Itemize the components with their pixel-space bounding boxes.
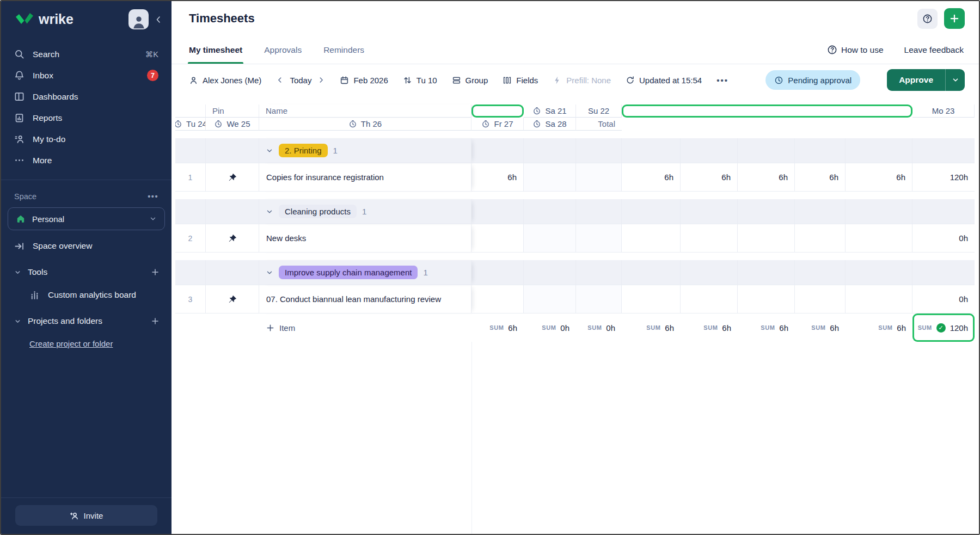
group-day-cell bbox=[681, 199, 738, 224]
time-entry-cell[interactable] bbox=[681, 224, 738, 253]
group-header-row[interactable]: Cleaning products1 bbox=[175, 199, 975, 224]
add-tool-icon[interactable] bbox=[151, 268, 160, 276]
column-header-th-26[interactable]: Th 26 bbox=[259, 118, 471, 131]
more-actions-icon[interactable]: ••• bbox=[716, 76, 728, 85]
task-pin-cell[interactable] bbox=[206, 285, 259, 313]
column-header-mo-23[interactable]: Mo 23 bbox=[912, 104, 975, 118]
sidebar-item-space-overview[interactable]: Space overview bbox=[1, 235, 171, 257]
how-to-use-link[interactable]: How to use bbox=[827, 45, 884, 55]
wrike-logo[interactable]: wrike bbox=[15, 11, 74, 27]
sidebar-item-custom-analytics-board[interactable]: Custom analytics board bbox=[1, 284, 171, 306]
time-entry-cell[interactable]: 6h bbox=[846, 163, 912, 192]
help-button[interactable] bbox=[917, 9, 938, 29]
create-timesheet-entry-button[interactable] bbox=[944, 8, 965, 29]
time-entry-cell[interactable] bbox=[524, 285, 576, 313]
chevron-right-icon[interactable] bbox=[317, 76, 325, 84]
chevron-down-icon[interactable] bbox=[266, 269, 273, 276]
sidebar-item-reports[interactable]: Reports bbox=[1, 107, 171, 128]
chevron-left-icon[interactable] bbox=[276, 76, 284, 84]
tab-approvals[interactable]: Approvals bbox=[264, 36, 302, 64]
sidebar-item-my-todo[interactable]: My to-do bbox=[1, 128, 171, 150]
sidebar-item-more[interactable]: More bbox=[1, 150, 171, 171]
month-picker[interactable]: Feb 2026 bbox=[340, 76, 388, 85]
time-entry-cell[interactable] bbox=[524, 224, 576, 253]
group-name-cell[interactable]: Cleaning products1 bbox=[259, 199, 471, 224]
group-header-row[interactable]: Improve supply chain management1 bbox=[175, 260, 975, 285]
approve-button[interactable]: Approve bbox=[887, 69, 945, 91]
group-name-cell[interactable]: Improve supply chain management1 bbox=[259, 260, 471, 285]
sidebar-section-tools[interactable]: Tools bbox=[1, 261, 171, 284]
column-header-sa-28[interactable]: Sa 28 bbox=[524, 118, 576, 131]
time-entry-cell[interactable] bbox=[471, 285, 524, 313]
group-badge[interactable]: Cleaning products bbox=[279, 205, 357, 218]
group-badge[interactable]: Improve supply chain management bbox=[279, 266, 418, 279]
time-entry-cell[interactable]: 6h bbox=[471, 163, 524, 192]
sidebar-item-inbox[interactable]: Inbox 7 bbox=[1, 65, 171, 86]
tab-my-timesheet[interactable]: My timesheet bbox=[189, 36, 242, 64]
column-header-name[interactable]: Name bbox=[259, 104, 471, 118]
time-entry-cell[interactable] bbox=[576, 163, 622, 192]
time-entry-cell[interactable] bbox=[846, 224, 912, 253]
time-entry-cell[interactable] bbox=[738, 224, 795, 253]
time-entry-cell[interactable]: 6h bbox=[795, 163, 846, 192]
group-badge[interactable]: 2. Printing bbox=[279, 144, 328, 157]
tab-reminders[interactable]: Reminders bbox=[323, 36, 364, 64]
sidebar-section-projects-and-folders[interactable]: Projects and folders bbox=[1, 310, 171, 333]
space-menu-icon[interactable]: ••• bbox=[148, 192, 158, 201]
time-entry-cell[interactable] bbox=[576, 285, 622, 313]
task-name-cell[interactable]: New desks bbox=[259, 224, 471, 253]
add-item-button[interactable]: Item bbox=[266, 323, 295, 333]
column-header-fr-27[interactable]: Fr 27 bbox=[471, 118, 524, 131]
create-project-or-folder-link[interactable]: Create project or folder bbox=[1, 333, 171, 354]
group-name-cell[interactable]: 2. Printing1 bbox=[259, 138, 471, 163]
group-control[interactable]: Group bbox=[452, 76, 488, 85]
time-entry-cell[interactable] bbox=[576, 224, 622, 253]
updated-status[interactable]: Updated at 15:54 bbox=[626, 76, 702, 85]
chevron-down-icon[interactable] bbox=[266, 208, 273, 216]
avatar[interactable] bbox=[128, 9, 149, 29]
column-header-su-22[interactable]: Su 22 bbox=[576, 104, 622, 118]
group-day-cell bbox=[524, 138, 576, 163]
today-button[interactable]: Today bbox=[290, 76, 311, 85]
group-header-row[interactable]: 2. Printing1 bbox=[175, 138, 975, 163]
sidebar-collapse-icon[interactable] bbox=[154, 15, 163, 24]
user-filter[interactable]: Alex Jones (Me) bbox=[189, 76, 261, 85]
main-content: Timesheets My timesheet Approvals Remind… bbox=[171, 1, 979, 534]
sidebar-item-dashboards[interactable]: Dashboards bbox=[1, 86, 171, 107]
time-entry-cell[interactable] bbox=[524, 163, 576, 192]
task-pin-cell[interactable] bbox=[206, 163, 259, 192]
grid-empty-area bbox=[175, 342, 975, 534]
prefill-control[interactable]: Prefill: None bbox=[553, 76, 611, 85]
column-header-we-25[interactable]: We 25 bbox=[206, 118, 259, 131]
column-header-sa-21[interactable]: Sa 21 bbox=[524, 104, 576, 118]
time-entry-cell[interactable]: 6h bbox=[681, 163, 738, 192]
wrike-app: wrike Search ⌘K Inbox 7 bbox=[0, 0, 980, 535]
approve-dropdown-button[interactable] bbox=[945, 69, 965, 91]
time-entry-cell[interactable] bbox=[622, 285, 681, 313]
invite-button[interactable]: Invite bbox=[15, 505, 157, 526]
space-selector-personal[interactable]: Personal bbox=[8, 207, 165, 230]
task-name-cell[interactable]: Copies for insurance registration bbox=[259, 163, 471, 192]
column-header-pin[interactable]: Pin bbox=[206, 104, 259, 118]
sort-control[interactable]: Tu 10 bbox=[403, 76, 437, 85]
time-entry-cell[interactable] bbox=[795, 285, 846, 313]
time-entry-cell[interactable] bbox=[795, 224, 846, 253]
time-entry-cell[interactable] bbox=[471, 224, 524, 253]
time-entry-cell[interactable]: 6h bbox=[622, 163, 681, 192]
sidebar-item-search[interactable]: Search ⌘K bbox=[1, 44, 171, 65]
fields-icon bbox=[503, 76, 512, 85]
group-day-cell bbox=[681, 260, 738, 285]
time-entry-cell[interactable] bbox=[681, 285, 738, 313]
leave-feedback-link[interactable]: Leave feedback bbox=[904, 45, 964, 55]
add-project-icon[interactable] bbox=[151, 317, 160, 325]
fields-control[interactable]: Fields bbox=[503, 76, 538, 85]
column-header-total[interactable]: Total bbox=[576, 118, 622, 131]
task-name-cell[interactable]: 07. Conduct biannual lean manufacturing … bbox=[259, 285, 471, 313]
column-header-tu-24[interactable]: Tu 24 bbox=[175, 118, 206, 131]
chevron-down-icon[interactable] bbox=[266, 147, 273, 155]
time-entry-cell[interactable] bbox=[738, 285, 795, 313]
time-entry-cell[interactable] bbox=[622, 224, 681, 253]
time-entry-cell[interactable]: 6h bbox=[738, 163, 795, 192]
task-pin-cell[interactable] bbox=[206, 224, 259, 253]
time-entry-cell[interactable] bbox=[846, 285, 912, 313]
